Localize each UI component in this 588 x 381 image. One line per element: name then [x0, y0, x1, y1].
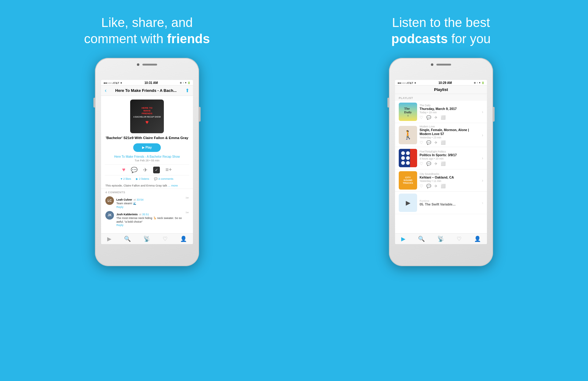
playlist-thumb-0: TheDaily 𝕿 — [399, 103, 417, 121]
chevron-right-3[interactable]: › — [482, 178, 483, 183]
item-comment-icon-2[interactable]: 💬 — [426, 161, 431, 166]
dot — [401, 151, 405, 155]
send-icon[interactable]: ✈ — [143, 167, 148, 173]
like-icon[interactable]: ♥ — [122, 167, 126, 173]
playlist-item-2[interactable]: FiveThirtyEight Politics Politics In Spo… — [395, 147, 487, 169]
item-bookmark-icon-0[interactable]: ⬜ — [441, 115, 446, 120]
item-like-icon-3[interactable]: ♡ — [420, 184, 423, 188]
item-bookmark-icon-1[interactable]: ⬜ — [441, 140, 446, 145]
speaker-left — [142, 64, 157, 66]
item-send-icon-2[interactable]: ✈ — [434, 161, 438, 166]
right-phone: ●●○○○ AT&T ✦ 10:29 AM ⊕ ↑ ✦ 🔋 Playlist P… — [389, 58, 493, 266]
comments-stat: 💬 4 comments — [154, 177, 173, 180]
episode-title: 'Bachelor' S21e9 With Claire Fallon & Em… — [101, 136, 193, 140]
check-icon[interactable]: ✓ — [153, 167, 160, 173]
comment-avatar-0: LC — [105, 196, 114, 205]
item-like-icon-2[interactable]: ♡ — [420, 161, 423, 166]
item-comment-icon-1[interactable]: 💬 — [426, 140, 431, 145]
nyt-text: 𝕿 — [407, 115, 409, 117]
comment-timestamp-1: 35:51 — [142, 213, 149, 216]
comment-icon[interactable]: 💬 — [131, 167, 138, 173]
bottom-feed-icon-r[interactable]: 📡 — [437, 236, 444, 242]
playlist-item-3[interactable]: CITYSOUNDTRACKS City Soundtracks Kehlani… — [395, 169, 487, 192]
comment-author-0: Leah Culver — [116, 198, 132, 201]
playlist-info-2: FiveThirtyEight Politics Politics In Spo… — [420, 150, 479, 166]
camera-right — [431, 63, 433, 66]
left-phone: ●●○○○ AT&T ✦ 10:31 AM ⊕ ↑ ✦ 🔋 ‹ Here To … — [95, 58, 199, 266]
dot-empty — [411, 156, 415, 160]
nav-title-left: Here To Make Friends - A Bach... — [107, 88, 185, 93]
item-like-icon-1[interactable]: ♡ — [420, 140, 423, 145]
play-button[interactable]: ▶ Play — [133, 143, 161, 152]
playlist-title-4: 05. The Swift Variable… — [420, 202, 479, 206]
share-icon[interactable]: ⬆ — [185, 88, 189, 93]
playlist-show-0: The Daily — [420, 104, 479, 107]
dot — [401, 156, 405, 160]
comment-text-1: The most intense neck hiding 🦒 neck swea… — [116, 217, 189, 224]
comment-reply-1[interactable]: Reply — [116, 224, 189, 227]
bottom-nav-left: ▶ 🔍 📡 ♡ 👤 — [101, 233, 193, 244]
playlist-actions-0: ♡ 💬 ✈ ⬜ — [420, 115, 479, 120]
left-screen: ●●○○○ AT&T ✦ 10:31 AM ⊕ ↑ ✦ 🔋 ‹ Here To … — [101, 80, 193, 244]
playlist-thumb-2 — [399, 149, 417, 167]
status-bar-right: ●●○○○ AT&T ✦ 10:29 AM ⊕ ↑ ✦ 🔋 — [395, 80, 487, 85]
right-panel: Listen to the best podcasts for you ●●○○… — [294, 0, 588, 381]
comment-header-0: Leah Culver at 33:54 1w — [116, 196, 189, 202]
modern-thumb: 🚶 — [399, 126, 417, 144]
dot-empty — [411, 161, 415, 165]
bottom-heart-icon[interactable]: ♡ — [163, 236, 168, 242]
bottom-search-icon[interactable]: 🔍 — [124, 236, 131, 242]
carrier-right: ●●○○○ AT&T ✦ — [398, 81, 417, 85]
comment-item: LC Leah Culver at 33:54 1w Team steam! 🌊… — [101, 195, 193, 210]
playlist-section-header: PLAYLIST — [395, 94, 487, 101]
comment-body-1: Josh Kalderimis at 35:51 1w The most int… — [116, 211, 189, 227]
item-bookmark-icon-3[interactable]: ⬜ — [441, 184, 446, 188]
playlist-actions-2: ♡ 💬 ✈ ⬜ — [420, 161, 479, 166]
status-bar-left: ●●○○○ AT&T ✦ 10:31 AM ⊕ ↑ ✦ 🔋 — [101, 80, 193, 85]
chevron-right-2[interactable]: › — [482, 156, 483, 160]
item-comment-icon-0[interactable]: 💬 — [426, 115, 431, 120]
playlist-title-3: Kehlani – Oakland, CA — [420, 175, 479, 179]
chevron-right-1[interactable]: › — [482, 133, 483, 138]
playlist-add-icon[interactable]: ≡+ — [165, 167, 172, 173]
item-send-icon-0[interactable]: ✈ — [434, 115, 438, 120]
runtime-thumb: ▶ — [399, 194, 417, 212]
comment-timestamp-0: 33:54 — [137, 198, 144, 201]
episode-link[interactable]: Here To Make Friends - A Bachelor Recap … — [101, 155, 193, 158]
item-send-icon-1[interactable]: ✈ — [434, 140, 438, 145]
bottom-play-icon[interactable]: ▶ — [107, 236, 111, 242]
comment-age-0: 1w — [186, 196, 189, 199]
comment-avatar-1: JK — [105, 211, 114, 220]
bottom-search-icon-r[interactable]: 🔍 — [418, 236, 425, 242]
playlist-title-1: Single, Female, Mormon, Alone | Modern L… — [420, 128, 479, 136]
playlist-item-1[interactable]: 🚶 Modern Love Single, Female, Mormon, Al… — [395, 123, 487, 147]
item-comment-icon-3[interactable]: 💬 — [426, 184, 431, 188]
chevron-right-0[interactable]: › — [482, 109, 483, 114]
episode-meta: Tue Feb 28 • 55 min — [101, 159, 193, 162]
playlist-thumb-3: CITYSOUNDTRACKS — [399, 171, 417, 190]
bottom-profile-icon-r[interactable]: 👤 — [474, 236, 481, 242]
bottom-play-icon-r[interactable]: ▶ — [401, 236, 405, 242]
likes-stat: ♥ 2 likes — [121, 177, 131, 180]
right-headline: Listen to the best podcasts for you — [391, 15, 491, 47]
comment-reply-0[interactable]: Reply — [116, 206, 189, 209]
carrier-left: ●●○○○ AT&T ✦ — [104, 81, 123, 85]
bottom-feed-icon[interactable]: 📡 — [143, 236, 150, 242]
playlist-item-0[interactable]: TheDaily 𝕿 The Daily Thursday, March 9, … — [395, 101, 487, 123]
dot — [406, 151, 410, 155]
chevron-right-4[interactable]: › — [482, 200, 483, 205]
action-row: ♥ 💬 ✈ ✓ ≡+ — [105, 164, 189, 175]
bottom-heart-icon-r[interactable]: ♡ — [457, 236, 462, 242]
playlist-item-4[interactable]: ▶ Runtime 05. The Swift Variable… › — [395, 192, 487, 214]
status-icons-right: ⊕ ↑ ✦ 🔋 — [474, 81, 484, 84]
read-more-link[interactable]: ... more — [168, 184, 178, 187]
playlist-info-0: The Daily Thursday, March 9, 2017 Today … — [420, 104, 479, 120]
item-like-icon-0[interactable]: ♡ — [420, 115, 423, 120]
episode-artwork: HERE TOMAKEFRIENDS A BACHELOR RECAP SHOW… — [130, 100, 164, 133]
nav-bar-right: Playlist — [395, 85, 487, 94]
playlist-show-1: Modern Love — [420, 125, 479, 128]
item-send-icon-3[interactable]: ✈ — [434, 184, 438, 188]
item-bookmark-icon-2[interactable]: ⬜ — [441, 161, 446, 166]
bottom-profile-icon[interactable]: 👤 — [180, 236, 187, 242]
playlist-info-1: Modern Love Single, Female, Mormon, Alon… — [420, 125, 479, 145]
